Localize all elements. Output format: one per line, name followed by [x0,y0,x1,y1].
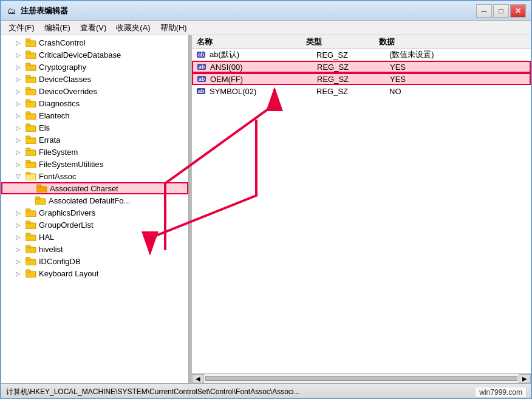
sidebar-item-idconfigdb[interactable]: ▷ IDConfigDB [1,255,188,267]
tree-item-label: DeviceOverrides [39,87,97,96]
sidebar-item-filesystem[interactable]: ▷ FileSystem [1,146,188,158]
close-button[interactable]: ✕ [510,4,526,18]
col-type: 类型 [301,36,374,47]
svg-rect-23 [26,172,30,174]
svg-rect-31 [26,221,30,223]
reg-value-type: REG_SZ [317,75,390,84]
title-bar: 🗂 注册表编辑器 ─ □ ✕ [1,1,531,21]
window-title: 注册表编辑器 [21,5,476,16]
reg-row-ansi[interactable]: ab ANSI(00) REG_SZ YES [192,61,531,73]
sidebar-item-associated-charset[interactable]: Associated Charset [1,182,188,194]
scroll-left-btn[interactable]: ◀ [192,374,204,383]
reg-value-type: REG_SZ [317,63,390,72]
expand-icon: ▷ [16,149,26,155]
status-bar: 计算机\HKEY_LOCAL_MACHINE\SYSTEM\CurrentCon… [1,383,531,399]
menu-file[interactable]: 文件(F) [4,21,39,35]
expand-icon [27,185,36,192]
svg-rect-9 [26,87,30,90]
menu-view[interactable]: 查看(V) [75,21,111,35]
expand-icon: ▷ [16,234,26,240]
tree-item-label: FileSystem [39,148,78,157]
svg-rect-11 [26,100,30,102]
sidebar-item-grouporderlist[interactable]: ▷ GroupOrderList [1,219,188,231]
sidebar-item-hal[interactable]: ▷ HAL [1,231,188,243]
col-name: 名称 [192,36,301,47]
folder-icon [26,99,36,107]
sidebar-item-errata[interactable]: ▷ Errata [1,134,188,146]
folder-icon [26,269,36,278]
folder-icon [26,38,36,47]
menu-help[interactable]: 帮助(H) [155,21,192,35]
expand-icon: ▷ [16,52,26,58]
window-icon: 🗂 [6,5,17,16]
sidebar-item-elantech[interactable]: ▷ Elantech [1,109,188,121]
menu-favorites[interactable]: 收藏夹(A) [111,21,155,35]
sidebar-item-graphicsdrivers[interactable]: ▷ GraphicsDrivers [1,206,188,219]
folder-icon [26,87,36,95]
folder-icon [26,160,36,168]
folder-icon [26,75,36,83]
scroll-right-btn[interactable]: ▶ [519,374,531,383]
expand-icon: ▷ [16,88,26,95]
tree-item-label: Diagnostics [39,99,80,108]
svg-rect-39 [26,270,30,272]
svg-rect-19 [26,148,30,151]
sidebar-item-associated-defaultfont[interactable]: Associated DefaultFo... [1,194,188,206]
watermark: win7999.com [476,387,526,397]
svg-rect-33 [26,233,30,236]
folder-icon [26,123,36,132]
folder-icon [35,196,46,205]
tree-item-label: FileSystemUtilities [39,160,103,169]
scroll-track[interactable] [205,376,517,381]
sidebar-item-diagnostics[interactable]: ▷ Diagnostics [1,97,188,109]
tree-item-label: Els [39,123,50,132]
window-controls: ─ □ ✕ [476,4,526,18]
main-content: ▷ CrashControl ▷ CriticalDeviceDatabase [1,35,531,383]
reg-value-name: SYMBOL(02) [210,87,316,96]
svg-rect-3 [26,51,30,53]
sidebar-item-crashcontrol[interactable]: ▷ CrashControl [1,36,188,49]
reg-value-name: ab(默认) [210,49,316,60]
reg-value-type: REG_SZ [316,50,389,60]
sidebar-item-cryptography[interactable]: ▷ Cryptography [1,61,188,73]
reg-row-default[interactable]: ab ab(默认) REG_SZ (数值未设置) [192,49,531,61]
folder-icon [26,111,36,120]
expand-icon: ▷ [16,246,26,253]
tree-item-label: Associated DefaultFo... [49,196,130,205]
reg-row-symbol[interactable]: ab SYMBOL(02) REG_SZ NO [192,85,531,97]
sidebar-item-fontassoc[interactable]: ▽ FontAssoc [1,170,188,182]
sidebar-item-els[interactable]: ▷ Els [1,121,188,134]
tree-item-label: Errata [39,135,60,145]
folder-icon [26,50,36,59]
expand-icon: ▷ [16,124,26,131]
reg-value-data: (数值未设置) [389,49,528,60]
minimize-button[interactable]: ─ [476,4,492,18]
menu-edit[interactable]: 编辑(E) [39,21,75,35]
registry-values: ab ab(默认) REG_SZ (数值未设置) ab ANSI(00) REG… [192,49,531,373]
right-hscrollbar[interactable]: ◀ ▶ [192,373,531,383]
folder-icon [26,233,36,241]
sidebar-item-keyboardlayout[interactable]: ▷ Keyboard Layout [1,267,188,279]
svg-rect-7 [26,75,30,78]
svg-rect-5 [26,63,30,66]
watermark-site: win7999.com [479,388,522,397]
sidebar-item-filesystemutilities[interactable]: ▷ FileSystemUtilities [1,158,188,170]
reg-value-data: NO [389,87,528,96]
tree-scroll[interactable]: ▷ CrashControl ▷ CriticalDeviceDatabase [1,35,188,383]
reg-value-data: YES [390,75,527,84]
sidebar-item-hivelist[interactable]: ▷ hivelist [1,243,188,255]
tree-pane: ▷ CrashControl ▷ CriticalDeviceDatabase [1,35,189,383]
tree-item-label: Keyboard Layout [39,269,98,278]
maximize-button[interactable]: □ [493,4,509,18]
tree-item-label: Cryptography [39,63,86,72]
sidebar-item-criticaldevicedatabase[interactable]: ▷ CriticalDeviceDatabase [1,49,188,61]
folder-icon [36,184,47,193]
tree-item-label: Associated Charset [50,184,118,193]
reg-row-oem[interactable]: ab OEM(FF) REG_SZ YES [192,73,531,85]
expand-icon: ▷ [16,112,26,119]
svg-rect-27 [35,197,40,199]
expand-icon: ▷ [16,210,26,216]
sidebar-item-deviceclasses[interactable]: ▷ DeviceClasses [1,73,188,85]
sidebar-item-deviceoverrides[interactable]: ▷ DeviceOverrides [1,85,188,97]
svg-rect-21 [26,160,30,163]
